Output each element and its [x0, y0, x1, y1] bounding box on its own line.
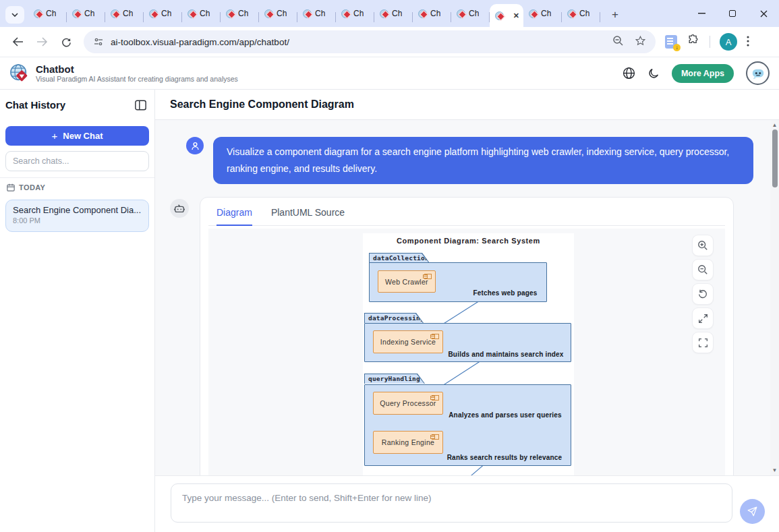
calendar-icon	[7, 183, 15, 191]
visual-paradigm-favicon	[303, 9, 312, 18]
browser-tab[interactable]: Ch	[182, 3, 220, 24]
assistant-avatar	[170, 199, 189, 218]
result-tabbar: Diagram PlantUML Source	[208, 198, 725, 226]
tab-label: Ch	[200, 9, 210, 18]
browser-tab[interactable]: Ch	[562, 3, 600, 24]
chatbot-widget-icon[interactable]	[746, 61, 770, 85]
zoom-in-button[interactable]	[692, 235, 714, 256]
robot-icon	[174, 204, 185, 214]
browser-tab[interactable]: Ch	[451, 3, 489, 24]
browser-tab[interactable]: Ch	[523, 3, 561, 24]
reading-list-icon[interactable]	[665, 35, 677, 49]
new-tab-button[interactable]: +	[607, 8, 623, 22]
interface-label: Ranks search results by relevance	[430, 454, 579, 461]
scroll-up-icon[interactable]: ▲	[770, 121, 779, 129]
scrollbar-thumb[interactable]	[772, 129, 778, 187]
visual-paradigm-favicon	[341, 9, 350, 18]
browser-tab[interactable]: Ch	[67, 3, 105, 24]
visual-paradigm-favicon	[34, 9, 42, 18]
browser-menu-icon[interactable]	[747, 36, 749, 49]
tab-label: Ch	[238, 9, 248, 18]
person-icon	[191, 142, 200, 150]
omnibox[interactable]: ai-toolbox.visual-paradigm.com/app/chatb…	[84, 30, 656, 53]
collapse-sidebar-icon[interactable]	[135, 100, 146, 111]
browser-tab[interactable]: Ch	[374, 3, 412, 24]
interface-label: Analyzes and parses user queries	[431, 411, 579, 419]
browser-tab[interactable]: Ch	[259, 3, 297, 24]
browser-tab[interactable]: Ch	[221, 3, 258, 24]
user-message: Visualize a component diagram for a sear…	[213, 137, 753, 184]
browser-tab[interactable]: Ch	[105, 3, 143, 24]
tab-label: Ch	[123, 9, 133, 18]
browser-tab[interactable]: Ch	[297, 3, 335, 24]
main-panel: Search Engine Component Diagram Visualiz…	[155, 90, 779, 532]
visual-paradigm-favicon	[72, 9, 81, 18]
browser-tab[interactable]: Ch	[336, 3, 374, 24]
browser-tab[interactable]: Ch	[28, 3, 66, 24]
back-icon	[12, 37, 24, 47]
tab-label: Ch	[392, 9, 402, 18]
browser-tab[interactable]: Ch	[413, 3, 451, 24]
reset-view-button[interactable]	[692, 283, 714, 305]
forward-button[interactable]	[32, 32, 52, 52]
browser-tab-active[interactable]: ✕	[490, 4, 523, 27]
package-tab-dataprocessing: dataProcessing	[364, 313, 424, 323]
tab-label: Ch	[277, 9, 287, 18]
browser-tab[interactable]: Ch	[144, 3, 181, 24]
maximize-button[interactable]	[717, 0, 748, 27]
reload-button[interactable]	[56, 32, 76, 52]
scroll-down-icon[interactable]: ▼	[770, 466, 779, 475]
toolbar-divider	[710, 36, 710, 48]
package-tab-datacollection: dataCollection	[369, 253, 430, 263]
close-icon	[760, 10, 768, 18]
tab-plantuml-source[interactable]: PlantUML Source	[271, 207, 345, 225]
visual-paradigm-favicon	[264, 9, 273, 18]
tabs-before: ChChChChChChChChChChChCh	[28, 0, 490, 27]
fullscreen-button[interactable]	[692, 332, 714, 353]
section-label: TODAY	[19, 183, 45, 191]
zoom-out-button[interactable]	[692, 259, 714, 280]
minimize-button[interactable]	[686, 0, 717, 27]
toolbar-right: A	[665, 33, 749, 51]
visual-paradigm-favicon	[567, 9, 576, 18]
reload-icon	[61, 37, 71, 47]
tabs-after: ChCh	[523, 0, 600, 27]
tab-diagram[interactable]: Diagram	[217, 207, 252, 226]
send-button[interactable]	[740, 499, 765, 524]
visual-paradigm-favicon	[457, 9, 465, 18]
extensions-icon[interactable]	[687, 34, 700, 50]
site-info-icon[interactable]	[93, 36, 104, 47]
tab-label: Ch	[541, 9, 551, 18]
chat-scrollbar[interactable]: ▲ ▼	[770, 120, 779, 475]
visual-paradigm-favicon	[529, 9, 538, 18]
dark-mode-moon-icon[interactable]	[647, 67, 660, 80]
more-apps-button[interactable]: More Apps	[672, 64, 734, 83]
component-icon	[424, 274, 432, 279]
message-input[interactable]	[171, 483, 732, 523]
chat-history-item[interactable]: Search Engine Component Dia... 8:00 PM	[5, 200, 149, 232]
new-chat-button[interactable]: + New Chat	[5, 126, 149, 146]
diagram-viewer[interactable]: Component Diagram: Search System	[208, 229, 725, 475]
tab-search-button[interactable]	[5, 6, 24, 24]
tab-label: Ch	[469, 9, 479, 18]
search-chats-input[interactable]	[5, 151, 149, 171]
url-text[interactable]: ai-toolbox.visual-paradigm.com/app/chatb…	[111, 37, 612, 47]
tab-close-icon[interactable]: ✕	[513, 11, 519, 20]
profile-avatar[interactable]: A	[720, 33, 737, 51]
tab-label: Ch	[84, 9, 94, 18]
browser-window: ChChChChChChChChChChChCh ✕ ChCh + ai-too…	[0, 0, 779, 532]
user-avatar	[186, 137, 204, 154]
maximize-icon	[729, 10, 736, 17]
interface-label: Builds and maintains search index	[432, 351, 580, 358]
expand-button[interactable]	[692, 307, 714, 329]
back-button[interactable]	[7, 32, 28, 52]
bookmark-star-icon[interactable]	[635, 35, 646, 49]
close-window-button[interactable]	[748, 0, 779, 27]
interface-label: Fetches web pages	[438, 289, 573, 297]
tab-label: Ch	[353, 9, 364, 18]
zoom-page-icon[interactable]	[612, 35, 624, 49]
page-title: Search Engine Component Diagram	[170, 98, 354, 111]
language-globe-icon[interactable]	[623, 67, 635, 80]
send-plane-icon	[747, 506, 758, 517]
diagram-title: Component Diagram: Search System	[363, 237, 574, 245]
